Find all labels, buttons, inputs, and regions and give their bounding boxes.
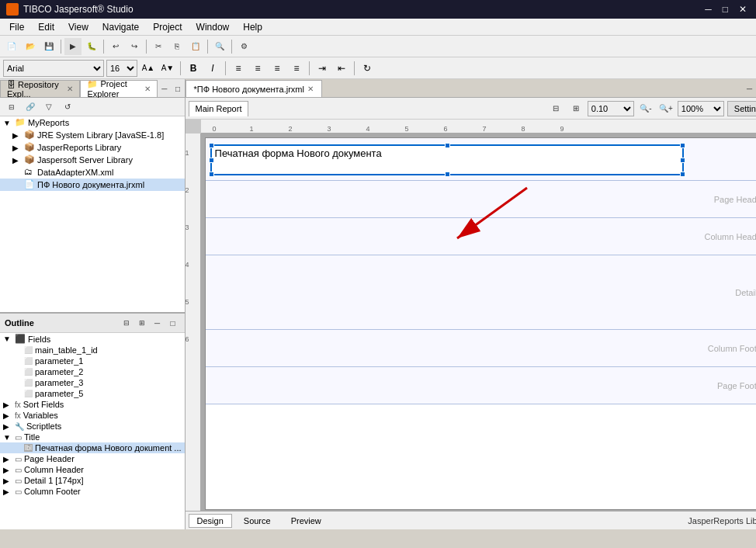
outline-col-header[interactable]: ▶ ▭ Column Header (0, 464, 185, 475)
outline-variables[interactable]: ▶ fx Variables (0, 410, 185, 421)
collapse-all-btn[interactable]: ⊟ (3, 99, 20, 116)
outline-scriptlets[interactable]: ▶ 🔧 Scriptlets (0, 421, 185, 432)
col-footer-band: Column Footer (206, 330, 756, 367)
editor-tab-label: *ПФ Нового документа.jrxml (194, 85, 304, 94)
minimize-left-btn[interactable]: ─ (158, 80, 171, 97)
outline-field-3[interactable]: ▶ ⬜ parameter_2 (0, 366, 185, 377)
editor-tab-main[interactable]: *ПФ Нового документа.jrxml ✕ (186, 80, 322, 97)
report-canvas[interactable]: 0 1 2 3 4 5 6 7 8 9 1 2 3 4 5 (186, 120, 756, 511)
align-left-btn[interactable]: ≡ (230, 60, 247, 77)
font-name-select[interactable]: Arial (3, 60, 104, 77)
redo-btn[interactable]: ↪ (126, 38, 143, 55)
tab-project-close[interactable]: ✕ (144, 85, 151, 93)
new-btn[interactable]: 📄 (3, 38, 20, 55)
italic-btn[interactable]: I (204, 60, 221, 77)
center-panel: *ПФ Нового документа.jrxml ✕ ─ □ Main Re… (186, 79, 756, 529)
settings-btn[interactable]: ⚙ (235, 38, 252, 55)
outline-title[interactable]: ▼ ▭ Title (0, 432, 185, 442)
maximize-btn[interactable]: □ (720, 4, 731, 15)
run-btn[interactable]: ▶ (64, 38, 81, 55)
editor-tab-bar: *ПФ Нового документа.jrxml ✕ ─ □ (186, 79, 756, 98)
zoom-select[interactable]: 100% (678, 101, 724, 116)
tab-repository[interactable]: 🗄 Repository Expl... ✕ (0, 80, 80, 97)
outline-sort-fields[interactable]: ▶ fx Sort Fields (0, 399, 185, 410)
project-tree: ▼ 📁 MyReports ▶ 📦 JRE System Library [Ja… (0, 116, 185, 312)
outline-field-4[interactable]: ▶ ⬜ parameter_3 (0, 377, 185, 388)
search-btn[interactable]: 🔍 (211, 38, 228, 55)
font-larger-btn[interactable]: A▲ (140, 60, 157, 77)
adapter-icon: 🗂 (24, 167, 35, 178)
tab-source[interactable]: Source (235, 514, 279, 528)
cut-btn[interactable]: ✂ (150, 38, 167, 55)
tree-report-file[interactable]: ▶ 📄 ПФ Нового документа.jrxml (0, 179, 185, 191)
tree-my-reports[interactable]: ▼ 📁 MyReports (0, 116, 185, 129)
undo-btn[interactable]: ↩ (107, 38, 124, 55)
main-toolbar: 📄 📂 💾 ▶ 🐛 ↩ ↪ ✂ ⎘ 📋 🔍 ⚙ (0, 36, 756, 57)
copy-btn[interactable]: ⎘ (168, 38, 186, 55)
app-icon (6, 3, 19, 16)
tab-project-explorer[interactable]: 📁 Project Explorer ✕ (80, 80, 158, 97)
status-text: JasperReports Library (688, 516, 756, 525)
menu-file[interactable]: File (3, 20, 30, 34)
minimize-btn[interactable]: ─ (702, 4, 715, 15)
zoom-in-btn[interactable]: 🔍+ (657, 100, 675, 117)
debug-btn[interactable]: 🐛 (83, 38, 100, 55)
main-report-btn[interactable]: Main Report (189, 101, 249, 116)
outline-collapse-btn[interactable]: ⊟ (120, 316, 134, 330)
save-btn[interactable]: 💾 (40, 38, 57, 55)
align-justify-btn[interactable]: ≡ (288, 60, 305, 77)
editor-tab-close[interactable]: ✕ (307, 85, 314, 93)
tab-repository-label: 🗄 Repository Expl... (7, 80, 64, 99)
font-size-select[interactable]: 16 (106, 60, 137, 77)
indent-btn[interactable]: ⇥ (314, 60, 331, 77)
tab-preview[interactable]: Preview (283, 514, 330, 528)
outline-expand-btn[interactable]: ⊞ (135, 316, 149, 330)
maximize-left-btn[interactable]: □ (171, 80, 184, 97)
close-btn[interactable]: ✕ (736, 4, 750, 15)
outline-detail[interactable]: ▶ ▭ Detail 1 [174px] (0, 475, 185, 486)
title-text: Печатная форма Нового документа (215, 147, 382, 159)
jasper-icon: 📦 (24, 142, 35, 153)
font-smaller-btn[interactable]: A▼ (159, 60, 176, 77)
align-center-btn[interactable]: ≡ (249, 60, 266, 77)
menu-navigate[interactable]: Navigate (96, 20, 145, 34)
outline-min-btn[interactable]: ─ (151, 316, 165, 330)
menu-project[interactable]: Project (147, 20, 188, 34)
tree-jre[interactable]: ▶ 📦 JRE System Library [JavaSE-1.8] (0, 129, 185, 141)
settings-btn[interactable]: Settings (727, 101, 756, 116)
outline-col-footer[interactable]: ▶ ▭ Column Footer (0, 486, 185, 497)
menu-window[interactable]: Window (190, 20, 236, 34)
zoom-out-btn[interactable]: 🔍- (637, 100, 654, 117)
tab-design[interactable]: Design (189, 514, 232, 528)
menu-view[interactable]: View (62, 20, 95, 34)
filter-btn[interactable]: ▽ (40, 99, 57, 116)
bold-btn[interactable]: B (185, 60, 202, 77)
tree-server[interactable]: ▶ 📦 Jaspersoft Server Library (0, 154, 185, 166)
outline-page-header[interactable]: ▶ ▭ Page Header (0, 453, 185, 464)
unit-select[interactable]: 0.10 (588, 101, 634, 116)
editor-minimize-btn[interactable]: ─ (741, 80, 756, 97)
tree-jasper[interactable]: ▶ 📦 JasperReports Library (0, 141, 185, 154)
outline-field-1[interactable]: ▶ ⬜ main_table_1_id (0, 345, 185, 356)
outline-static-text[interactable]: ▶ lbl Печатная форма Нового докument ... (0, 442, 185, 453)
menu-help[interactable]: Help (237, 20, 269, 34)
outline-fields[interactable]: ▼ ⬛ Fields (0, 333, 185, 345)
menu-edit[interactable]: Edit (32, 20, 61, 34)
outline-field-5[interactable]: ▶ ⬜ parameter_5 (0, 388, 185, 399)
paste-btn[interactable]: 📋 (187, 38, 204, 55)
tab-repository-close[interactable]: ✕ (67, 85, 73, 93)
snap-btn[interactable]: ⊞ (567, 100, 584, 117)
static-text-element[interactable]: Печатная форма Нового документа (210, 144, 684, 175)
refresh-btn[interactable]: ↺ (59, 99, 76, 116)
tab-project-label: 📁 Project Explorer (87, 79, 141, 99)
outline-max-btn[interactable]: □ (166, 316, 180, 330)
align-right-btn[interactable]: ≡ (269, 60, 286, 77)
tree-data-adapter[interactable]: ▶ 🗂 DataAdapterXM.xml (0, 166, 185, 179)
link-btn[interactable]: 🔗 (22, 99, 39, 116)
band-toggle-btn[interactable]: ⊟ (547, 100, 564, 117)
outline-field-2[interactable]: ▶ ⬜ parameter_1 (0, 356, 185, 366)
rotate-btn[interactable]: ↻ (359, 60, 376, 77)
page-footer-band: Page Footer (206, 367, 756, 404)
open-btn[interactable]: 📂 (22, 38, 39, 55)
outdent-btn[interactable]: ⇤ (333, 60, 350, 77)
